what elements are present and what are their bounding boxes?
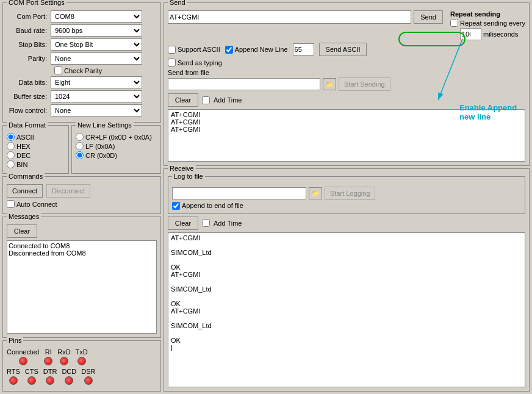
log-to-file-box: Log to file 📁 Start Logging Append to en…: [168, 176, 525, 214]
radio-dec-label: DEC: [16, 152, 31, 159]
pins-label: Pins: [7, 337, 23, 344]
send-file-input[interactable]: [168, 78, 320, 90]
com-port-settings: COM Port Settings Com Port: COM8 Baud ra…: [2, 2, 161, 123]
support-ascii-checkbox[interactable]: [168, 46, 176, 54]
receive-line: OK: [171, 300, 522, 307]
messages-area: Connected to COM8 Disconnected from COM8: [7, 240, 157, 334]
radio-cr[interactable]: [76, 151, 84, 159]
send-label: Send: [168, 0, 187, 6]
send-line-1: AT+CGMI: [171, 111, 522, 118]
send-section: Send Send Repeat sending Repeat sending …: [164, 2, 530, 166]
log-browse-button[interactable]: 📁: [309, 187, 322, 199]
send-line-3: AT+CGMI: [171, 126, 522, 133]
check-parity-checkbox[interactable]: [54, 66, 62, 74]
flow-control-select[interactable]: None: [51, 104, 142, 116]
send-as-typing-label: Send as typing: [178, 59, 222, 66]
commands-label: Commands: [7, 173, 45, 180]
auto-connect-label: Auto Connect: [16, 201, 57, 208]
pin-connected-label: Connected: [7, 348, 39, 356]
radio-bin[interactable]: [7, 160, 15, 168]
receive-line: [171, 278, 522, 285]
send-ascii-button[interactable]: Send ASCII: [319, 43, 367, 56]
receive-label: Receive: [168, 165, 196, 172]
com-port-select[interactable]: COM8: [51, 10, 142, 23]
pin-rxd: RxD: [57, 348, 70, 365]
pin-cts: CTS: [25, 368, 38, 385]
send-add-time-label: Add Time: [214, 96, 242, 104]
ascii-num-input[interactable]: [293, 43, 314, 56]
send-button[interactable]: Send: [414, 10, 443, 24]
radio-crlf[interactable]: [76, 133, 84, 141]
append-new-line-checkbox[interactable]: [225, 46, 233, 54]
receive-area: AT+CGMI SIMCOM_Ltd OK AT+CGMI SIMCOM_Ltd…: [168, 232, 525, 388]
append-new-line-label: Append New Line: [235, 46, 288, 53]
log-file-input[interactable]: [172, 187, 306, 199]
receive-line: SIMCOM_Ltd: [171, 249, 522, 256]
send-line-2: AT+CGMI: [171, 118, 522, 126]
auto-connect-checkbox[interactable]: [7, 200, 15, 208]
flow-control-label: Flow control:: [7, 107, 51, 114]
radio-hex[interactable]: [7, 142, 15, 150]
receive-add-time-label: Add Time: [214, 220, 242, 227]
append-end-checkbox[interactable]: [172, 202, 180, 210]
new-line-settings-label: New Line Settings: [76, 121, 134, 129]
support-ascii-label: Support ASCII: [178, 46, 220, 53]
connect-button[interactable]: Connect: [7, 184, 43, 198]
pin-ri-label: RI: [45, 348, 52, 356]
receive-line: [171, 329, 522, 337]
data-format-section: Data Format ASCII HEX DEC BIN: [2, 125, 69, 174]
pin-dcd-label: DCD: [62, 368, 76, 375]
data-bits-select[interactable]: Eight: [51, 76, 142, 88]
send-add-time-checkbox[interactable]: [202, 96, 210, 104]
pin-txd-led: [77, 357, 86, 365]
log-to-file-label: Log to file: [172, 173, 205, 180]
send-browse-button[interactable]: 📁: [323, 78, 336, 90]
parity-select[interactable]: None: [51, 52, 142, 65]
receive-line: [171, 242, 522, 249]
repeat-ms-label: miliseconds: [483, 30, 518, 38]
baud-rate-label: Baud rate:: [7, 27, 51, 34]
radio-dec[interactable]: [7, 151, 15, 159]
radio-lf[interactable]: [76, 142, 84, 150]
repeat-sending-checkbox[interactable]: [450, 19, 458, 27]
receive-line: AT+CGMI: [171, 271, 522, 278]
pin-rxd-led: [60, 357, 68, 365]
receive-clear-button[interactable]: Clear: [168, 217, 198, 230]
pin-rts-led: [9, 376, 18, 385]
receive-line: [171, 256, 522, 263]
pin-ri-led: [44, 357, 52, 365]
send-text-input[interactable]: [168, 10, 411, 24]
start-sending-button[interactable]: Start Sending: [339, 77, 390, 91]
send-clear-button[interactable]: Clear: [168, 93, 198, 107]
com-port-label: Com Port:: [7, 13, 51, 20]
start-logging-button[interactable]: Start Logging: [325, 187, 375, 200]
check-parity-label: Check Parity: [64, 67, 102, 74]
repeat-every-label: Repeat sending every: [460, 20, 525, 27]
com-port-settings-label: COM Port Settings: [7, 0, 66, 6]
baud-rate-select[interactable]: 9600 bps: [51, 24, 142, 37]
stop-bits-select[interactable]: One Stop Bit: [51, 38, 142, 51]
pin-txd: TxD: [76, 348, 88, 365]
stop-bits-label: Stop Bits:: [7, 41, 51, 48]
buffer-size-select[interactable]: 1024: [51, 90, 142, 102]
send-as-typing-checkbox[interactable]: [168, 59, 176, 66]
receive-add-time-checkbox[interactable]: [202, 219, 210, 227]
radio-ascii-label: ASCII: [16, 134, 34, 141]
pin-dtr-label: DTR: [43, 368, 57, 375]
messages-clear-button[interactable]: Clear: [7, 224, 37, 238]
pins-section: Pins Connected RI RxD TxD: [2, 340, 161, 392]
repeat-ms-input[interactable]: [460, 28, 481, 40]
pin-dtr-led: [46, 376, 54, 385]
data-format-label: Data Format: [7, 121, 48, 129]
disconnect-button[interactable]: Disconnect: [46, 184, 90, 198]
pin-dtr: DTR: [43, 368, 57, 385]
parity-label: Parity:: [7, 55, 51, 62]
messages-label: Messages: [7, 213, 41, 220]
pin-dcd-led: [65, 376, 73, 385]
receive-line: OK: [171, 337, 522, 344]
pin-ri: RI: [44, 348, 52, 365]
receive-line: [171, 315, 522, 322]
receive-line: AT+CGMI: [171, 234, 522, 242]
radio-ascii[interactable]: [7, 133, 15, 141]
receive-line: [171, 293, 522, 300]
